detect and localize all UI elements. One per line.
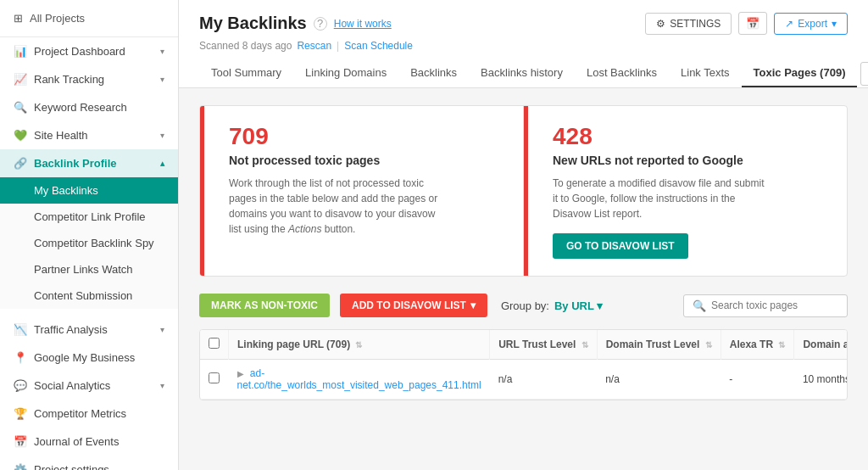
card-not-processed: 709 Not processed toxic pages Work throu… (200, 106, 523, 276)
td-url-trust: n/a (490, 360, 597, 400)
sidebar-item-journal-of-events[interactable]: 📅 Journal of Events (0, 428, 178, 456)
submenu-competitor-link-profile[interactable]: Competitor Link Profile (0, 204, 178, 230)
tab-link-texts[interactable]: Link Texts (669, 59, 742, 87)
how-it-works-link[interactable]: How it works (334, 18, 392, 30)
rescan-link[interactable]: Rescan (297, 40, 331, 52)
sidebar-item-traffic-analysis[interactable]: 📉 Traffic Analysis ▾ (0, 316, 178, 344)
td-domain-trust: n/a (597, 360, 721, 400)
sort-icon: ⇅ (705, 340, 712, 350)
social-analytics-icon: 💬 (14, 379, 27, 392)
settings-icon: ⚙️ (14, 463, 27, 470)
sidebar-label-keyword-research: Keyword Research (34, 101, 127, 114)
main-body: 709 Not processed toxic pages Work throu… (179, 88, 868, 470)
th-url-trust[interactable]: URL Trust Level ⇅ (490, 330, 597, 360)
table-row: ▶ ad-net.co/the_worlds_most_visited_web_… (200, 360, 848, 400)
submenu-my-backlinks[interactable]: My Backlinks (0, 177, 178, 204)
sidebar-item-keyword-research[interactable]: 🔍 Keyword Research (0, 93, 178, 121)
journal-icon: 📅 (14, 435, 27, 448)
chevron-down-icon: ▾ (470, 299, 476, 311)
sidebar-item-social-analytics[interactable]: 💬 Social Analytics ▾ (0, 372, 178, 400)
tab-toxic-pages[interactable]: Toxic Pages (709) (742, 59, 858, 87)
summary-cards: 709 Not processed toxic pages Work throu… (199, 105, 848, 277)
sidebar-item-site-health[interactable]: 💚 Site Health ▾ (0, 121, 178, 149)
project-dashboard-icon: 📊 (14, 45, 27, 58)
chevron-up-icon: ▴ (160, 159, 164, 168)
title-row: My Backlinks ? How it works ⚙ SETTINGS 📅… (199, 12, 848, 35)
th-domain-age[interactable]: Domain age ⇅ (794, 330, 848, 360)
tab-backlinks[interactable]: Backlinks (398, 59, 469, 87)
select-all-checkbox[interactable] (209, 338, 220, 349)
sidebar-label-backlink-profile: Backlink Profile (34, 157, 117, 170)
competitor-metrics-icon: 🏆 (14, 407, 27, 420)
export-icon: ↗ (785, 18, 793, 30)
tab-backlinks-history[interactable]: Backlinks history (469, 59, 575, 87)
sidebar-label-competitor-metrics: Competitor Metrics (34, 407, 126, 420)
sidebar: ⊞ All Projects 📊 Project Dashboard ▾ 📈 R… (0, 0, 179, 470)
traffic-analysis-icon: 📉 (14, 323, 27, 336)
mark-non-toxic-button[interactable]: MARK AS NON-TOXIC (199, 294, 330, 317)
card-title-new-urls: New URLs not reported to Google (544, 154, 826, 167)
all-projects-icon: ⊞ (14, 12, 23, 25)
sidebar-item-project-dashboard[interactable]: 📊 Project Dashboard ▾ (0, 37, 178, 65)
scan-schedule-link[interactable]: Scan Schedule (344, 40, 413, 52)
group-by-control: Group by: By URL ▾ (501, 299, 603, 312)
sidebar-label-google-my-business: Google My Business (34, 351, 135, 364)
tabs-bar: Tool Summary Linking Domains Backlinks B… (199, 59, 848, 87)
card-accent-1 (200, 106, 204, 276)
sort-icon: ⇅ (581, 340, 588, 350)
export-button[interactable]: ↗ Export ▾ (774, 13, 848, 35)
group-by-dropdown[interactable]: By URL ▾ (554, 299, 603, 312)
sidebar-item-project-settings[interactable]: ⚙️ Project settings (0, 456, 178, 470)
google-my-business-icon: 📍 (14, 351, 27, 364)
group-by-label: Group by: (501, 299, 549, 312)
th-alexa-tr[interactable]: Alexa TR ⇅ (721, 330, 794, 360)
help-icon[interactable]: ? (314, 17, 327, 31)
chevron-down-icon: ▾ (160, 75, 164, 84)
action-bar: MARK AS NON-TOXIC ADD TO DISAVOW LIST ▾ … (199, 294, 848, 317)
separator: | (337, 40, 339, 52)
backlink-profile-icon: 🔗 (14, 157, 27, 170)
expand-icon[interactable]: ▶ (237, 369, 244, 378)
sidebar-item-backlink-profile[interactable]: 🔗 Backlink Profile ▴ (0, 149, 178, 177)
td-url: ▶ ad-net.co/the_worlds_most_visited_web_… (229, 360, 490, 400)
add-to-disavow-button[interactable]: ADD TO DISAVOW LIST ▾ (340, 294, 487, 317)
submenu-partner-links-watch[interactable]: Partner Links Watch (0, 256, 178, 283)
th-domain-trust[interactable]: Domain Trust Level ⇅ (597, 330, 721, 360)
sidebar-item-google-my-business[interactable]: 📍 Google My Business (0, 344, 178, 372)
card-desc-not-processed: Work through the list of not processed t… (220, 176, 441, 237)
url-link[interactable]: ad-net.co/the_worlds_most_visited_web_pa… (237, 367, 481, 391)
go-to-disavow-button[interactable]: GO TO DISAVOW LIST (553, 233, 688, 259)
gear-icon: ⚙ (656, 18, 665, 30)
tab-linking-domains[interactable]: Linking Domains (293, 59, 398, 87)
settings-button[interactable]: ⚙ SETTINGS (645, 13, 732, 35)
site-health-icon: 💚 (14, 129, 27, 142)
card-number-not-processed: 709 (220, 123, 503, 150)
card-number-new-urls: 428 (544, 123, 826, 150)
header-actions: ⚙ SETTINGS 📅 ↗ Export ▾ (645, 12, 848, 35)
card-new-urls: 428 New URLs not reported to Google To g… (523, 106, 847, 276)
calendar-icon: 📅 (746, 17, 760, 30)
sidebar-label-journal-of-events: Journal of Events (34, 435, 119, 448)
page-header: My Backlinks ? How it works ⚙ SETTINGS 📅… (179, 0, 868, 88)
scan-info-row: Scanned 8 days ago Rescan | Scan Schedul… (199, 40, 848, 52)
sidebar-item-competitor-metrics[interactable]: 🏆 Competitor Metrics (0, 400, 178, 428)
all-projects-label: All Projects (30, 12, 85, 25)
submenu-content-submission[interactable]: Content Submission (0, 283, 178, 309)
rank-tracking-icon: 📈 (14, 73, 27, 86)
tab-tool-summary[interactable]: Tool Summary (199, 59, 293, 87)
row-checkbox[interactable] (209, 372, 220, 383)
th-url[interactable]: Linking page URL (709) ⇅ (229, 330, 490, 360)
sidebar-item-rank-tracking[interactable]: 📈 Rank Tracking ▾ (0, 65, 178, 93)
search-input[interactable] (711, 299, 838, 311)
calendar-button[interactable]: 📅 (738, 12, 767, 35)
tab-lost-backlinks[interactable]: Lost Backlinks (575, 59, 669, 87)
submenu-competitor-backlink-spy[interactable]: Competitor Backlink Spy (0, 230, 178, 256)
th-checkbox (200, 330, 229, 360)
card-desc-new-urls: To generate a modified disavow file and … (544, 176, 765, 221)
sort-icon: ⇅ (778, 340, 785, 350)
td-domain-age: 10 months (794, 360, 848, 400)
tabs-more-button[interactable]: ▾ (860, 62, 868, 86)
all-projects-link[interactable]: ⊞ All Projects (0, 0, 178, 37)
chevron-down-icon: ▾ (160, 47, 164, 56)
card-title-not-processed: Not processed toxic pages (220, 154, 503, 167)
